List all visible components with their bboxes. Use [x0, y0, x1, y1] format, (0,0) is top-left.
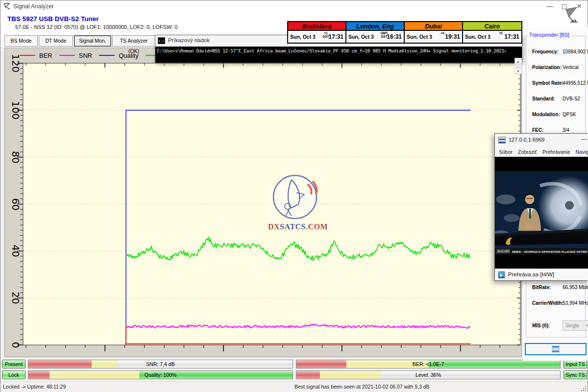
satellite-dish-logo — [564, 6, 581, 26]
cmd-icon: C:\ — [158, 37, 165, 44]
field-standard: Standard:DVB-S2 — [532, 96, 588, 101]
app-satellite-icon — [4, 2, 11, 10]
clock-date: Sun, Oct 3 — [348, 34, 374, 40]
cmd-command-line: C:\Users\Roman Dávid>NSS 12-57°E_East Af… — [157, 48, 506, 53]
scroll-up-icon[interactable]: ▲ — [514, 58, 522, 64]
media-player-window[interactable]: 127.0.0.1:6969 — Súbor Zobraziť Prehráva… — [494, 133, 588, 281]
field-polarization: Polarization:Vertical — [532, 65, 588, 70]
scroll-down-icon[interactable]: ▼ — [514, 68, 522, 74]
clock-date: Sun, Oct 3 — [465, 34, 490, 40]
clock-cairo: Cairo Sun, Oct 3 +2 17:31 — [463, 22, 521, 43]
world-clocks: Bratislava Sun, Oct 3 +1DST 17:31 London… — [287, 21, 522, 44]
y-axis-tick-label: 80 — [10, 151, 22, 163]
window-title: Signal Analyzer — [13, 3, 54, 10]
y-axis-tick-label: 20 — [10, 292, 22, 304]
list-icon — [552, 346, 560, 352]
clock-london: London, Eng Sun, Oct 3 GMTDST 16:31 — [346, 22, 405, 43]
mis-dropdown[interactable]: Single▼ — [563, 320, 588, 331]
y-axis-tick-label: 120 — [10, 54, 22, 73]
snr-meter: SNR: 7,4 dB — [28, 360, 293, 368]
player-status-text: Prehráva sa [H/W] — [508, 271, 554, 277]
field-fec: FEC:3/4 — [532, 127, 588, 133]
clock-time: 17:31 — [328, 33, 343, 40]
clock-time: 16:31 — [387, 33, 402, 40]
player-menu-bar: Súbor Zobraziť Prehrávanie Navigácia Obľ… — [495, 147, 588, 157]
cmd-scrollbar[interactable]: ▲ ▼ — [514, 58, 522, 74]
lock-indicator[interactable]: Lock — [2, 370, 25, 379]
legend-ber: BER — [20, 52, 52, 59]
tuner-title: TBS 5927 USB DVB-S2 Tuner — [7, 15, 99, 23]
ber-meter: BER: <1.0E-7 — [296, 360, 561, 368]
play-icon: ▶ — [498, 271, 505, 278]
legend-line-snr — [59, 55, 75, 56]
transponder-title: Transponder [BS] — [528, 32, 571, 38]
video-area[interactable]: 18:31 GMT MBER - GEORGIA'S OPPOSITION AL… — [495, 157, 588, 270]
clock-date: Sun, Oct 3 — [290, 34, 316, 40]
y-axis-tick-label: 40 — [10, 245, 22, 257]
stream-list-button[interactable] — [525, 343, 587, 355]
media-player-icon — [498, 137, 506, 144]
dxsatcs-watermark: DXSATCS.COM — [268, 174, 328, 231]
chart-plot — [5, 48, 522, 358]
chevron-down-icon: ▼ — [585, 321, 588, 330]
menu-navigation[interactable]: Navigácia — [576, 149, 588, 155]
mode-tabs: BS Mode DT Mode Signal Mon. TS Analyzer … — [4, 35, 155, 47]
best-signal-status: Best signal has been seen at 2021-10-02 … — [294, 384, 430, 390]
signal-analyzer-window: Signal Analyzer — ▢ ✕ TBS 5927 USB DVB-S… — [0, 0, 588, 392]
title-bar: Signal Analyzer — ▢ ✕ — [0, 0, 588, 12]
clock-date: Sun, Oct 3 — [407, 34, 432, 40]
field-symbol-rate: Symbol Rate:44995,512 KS/s — [532, 80, 588, 86]
news-ticker: MBER - GEORGIA'S OPPOSITION ALLEGES VOTE… — [512, 250, 588, 253]
clock-dubai: Dubai Sun, Oct 3 +4 19:31 — [405, 22, 463, 43]
status-bar: Locked -> Uptime: 48:11:29 Best signal h… — [0, 381, 588, 392]
menu-file[interactable]: Súbor — [499, 149, 513, 155]
player-status-bar: ▶ Prehráva sa [H/W] — [495, 269, 588, 280]
legend-snr: SNR — [59, 52, 92, 59]
tuner-subtitle: 57.0E - NSS 12 (ID: 0570) @ LOF1: 100000… — [15, 24, 177, 30]
clock-time: 17:31 — [504, 33, 519, 40]
tab-signal-mon[interactable]: Signal Mon. — [74, 35, 111, 47]
player-window-title: 127.0.0.1:6969 — [509, 137, 544, 143]
field-carrier-width: CarrierWidth:53,994 MHz — [532, 300, 588, 306]
legend-line-ber — [20, 55, 35, 56]
tab-bs-mode[interactable]: BS Mode — [4, 35, 38, 47]
minimize-button[interactable]: — — [542, 1, 557, 11]
input-ts-indicator[interactable]: Input TS — [564, 360, 587, 368]
quality-meter: Quality: 100% — [28, 370, 293, 379]
menu-view[interactable]: Zobraziť — [518, 149, 537, 155]
legend-line-quality — [99, 55, 115, 56]
signal-chart: BER SNR Quality Level 020406080100120 DX… — [4, 48, 522, 357]
y-axis-tick-label: 60 — [10, 198, 22, 210]
player-title-bar[interactable]: 127.0.0.1:6969 — — [495, 134, 588, 147]
sync-ts-indicator[interactable]: Sync TS — [564, 370, 587, 379]
y-axis-tick-label: 100 — [10, 101, 22, 120]
level-meter: Level: 36% — [296, 370, 561, 379]
tab-ts-analyzer[interactable]: TS Analyzer (OK) — [112, 35, 155, 47]
field-modulation: Modulation:QPSK — [532, 112, 588, 117]
present-indicator[interactable]: Present — [2, 360, 25, 368]
dxsatcs-text: DXSATCS.COM — [268, 222, 328, 231]
y-axis-tick-label: 0 — [10, 342, 22, 348]
news-video-frame: 18:31 GMT MBER - GEORGIA'S OPPOSITION AL… — [495, 171, 588, 255]
ticker-time: 18:31 GMT — [497, 250, 510, 253]
menu-playback[interactable]: Prehrávanie — [542, 149, 570, 155]
field-frequency: Frequency:10984,902 MHz — [532, 49, 588, 54]
tab-dt-mode[interactable]: DT Mode — [39, 35, 73, 47]
resize-grip[interactable] — [581, 385, 587, 392]
field-bitrate: BitRate:66,953 Mbit/s — [532, 285, 588, 290]
clock-bratislava: Bratislava Sun, Oct 3 +1DST 17:31 — [288, 22, 346, 43]
field-mis: MIS (0): Single▼ — [532, 323, 588, 328]
cmd-window-title: Príkazový riadok — [168, 37, 210, 43]
lock-uptime-status: Locked -> Uptime: 48:11:29 — [3, 384, 66, 390]
dxsatcs-logo-icon — [268, 174, 322, 220]
clock-time: 19:31 — [445, 33, 460, 40]
cmd-content[interactable]: C:\Users\Roman Dávid>NSS 12-57°E_East Af… — [155, 47, 522, 63]
player-minimize-button[interactable]: — — [581, 136, 587, 143]
